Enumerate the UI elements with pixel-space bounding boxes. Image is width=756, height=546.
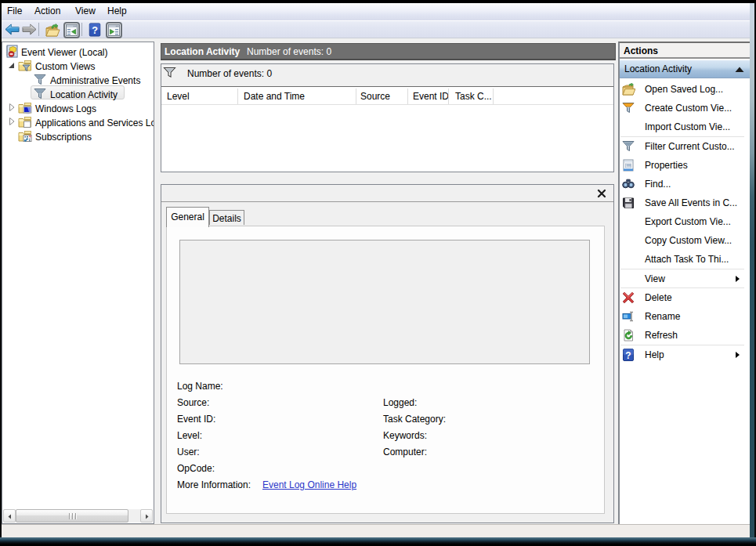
svg-text:?: ? (92, 25, 98, 36)
